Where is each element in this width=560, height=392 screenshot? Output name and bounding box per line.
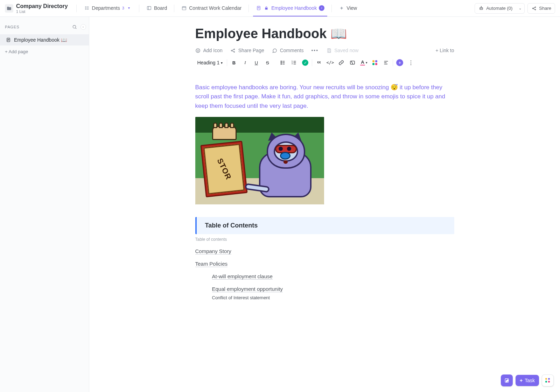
notepad-fab[interactable] [501,374,513,386]
separator [248,5,249,12]
create-task-fab[interactable]: + Task [516,375,539,386]
add-page-button[interactable]: + Add page [0,46,89,58]
automate-label: Automate (0) [486,6,512,11]
add-icon-button[interactable]: Add Icon [195,48,223,53]
tab-departments[interactable]: Departments 3 ▾ [82,0,135,16]
font-color-button[interactable]: A ▾ [359,58,368,67]
title-block[interactable]: Company Directory 1 List [16,3,68,14]
svg-rect-8 [182,6,186,9]
tab-add-view[interactable]: + View [336,0,360,16]
share-icon [531,6,537,11]
heading-dropdown[interactable]: Heading 1 ▾ [195,58,225,67]
check-circle-icon: ✓ [302,59,308,66]
svg-rect-39 [328,48,330,49]
chevron-right-icon[interactable]: › [319,5,324,11]
chevron-down-icon: ⌄ [519,6,522,10]
link-to-label: + Link to [435,48,454,53]
bullet-list-button[interactable] [278,58,287,67]
share-button[interactable]: Share [527,3,555,14]
svg-line-54 [351,61,353,64]
underline-button[interactable]: U [252,58,261,67]
separator [139,5,139,12]
intro-text-before: Basic employee handbooks are boring. You… [195,84,391,91]
numbered-list-button[interactable]: 123 [289,58,299,67]
svg-point-31 [196,48,200,52]
apps-fab[interactable] [542,374,554,386]
checklist-button[interactable]: ✓ [301,58,310,67]
task-fab-label: Task [525,378,535,383]
svg-point-34 [231,50,232,51]
embed-button[interactable] [348,58,357,67]
svg-point-42 [281,62,282,63]
sleepy-emoji-icon: 😴 [391,84,398,91]
svg-point-16 [481,8,481,9]
toc-link-equal-employment[interactable]: Equal employment opportunity [212,286,283,292]
insert-block-button[interactable]: + [395,58,404,67]
comments-label: Comments [280,48,304,53]
doc-title[interactable]: Employee Handbook 📖 [195,26,454,41]
svg-text:3: 3 [292,63,293,65]
toc-link-company-story[interactable]: Company Story [195,248,231,254]
top-bar: Company Directory 1 List Departments 3 ▾… [0,0,560,17]
collapse-sidebar-button[interactable]: ‹ [80,24,86,30]
sidebar-heading: PAGES [5,25,20,29]
add-icon-label: Add Icon [203,48,223,53]
chevron-down-icon: ▾ [221,61,223,65]
strike-button[interactable]: S [263,58,272,67]
separator [312,59,312,66]
svg-point-35 [234,49,235,50]
tab-employee-handbook[interactable]: Employee Handbook › [253,0,327,16]
italic-icon: I [244,60,246,65]
svg-line-37 [232,49,234,50]
more-menu-button[interactable]: ••• [311,48,318,53]
toc-link-team-policies[interactable]: Team Policies [195,261,228,267]
status-colors-button[interactable] [370,58,379,67]
share-page-button[interactable]: Share Page [230,48,264,53]
separator [174,5,174,12]
svg-line-23 [533,7,535,8]
embedded-image[interactable]: STOR [195,117,324,204]
embed-icon [350,60,355,65]
doc-main: Employee Handbook 📖 Add Icon Sha [89,17,560,392]
share-page-label: Share Page [238,48,264,53]
toc-banner: Table of Contents [195,217,454,234]
intro-paragraph[interactable]: Basic employee handbooks are boring. You… [195,83,454,111]
save-icon [326,48,332,53]
board-icon [146,5,152,11]
svg-rect-40 [328,51,330,52]
tab-contract-calendar[interactable]: Contract Work Calendar [178,0,244,16]
align-button[interactable] [382,58,391,67]
tab-board[interactable]: Board [144,0,170,16]
list-icon [84,5,90,11]
chevron-down-icon: ▾ [366,61,368,64]
doc-icon [256,5,261,11]
toc-item-conflict: Conflict of Interest statement [212,295,270,300]
svg-point-4 [85,8,85,8]
quote-button[interactable] [314,58,323,67]
smiley-icon [195,48,201,53]
link-to-button[interactable]: + Link to [435,48,454,53]
toolbar-overflow-button[interactable]: ⋮ [406,58,415,67]
svg-line-26 [75,28,76,29]
comments-button[interactable]: Comments [272,48,304,53]
svg-point-21 [535,7,536,7]
svg-line-24 [533,8,535,9]
code-button[interactable]: </> [326,58,335,67]
folder-title: Company Directory [16,3,68,9]
chevron-left-icon: ‹ [83,25,84,29]
toc-banner-title: Table of Contents [205,222,446,229]
saved-status: Saved now [326,48,358,53]
automate-dropdown[interactable]: ⌄ [516,3,525,14]
bold-button[interactable]: B [229,58,238,67]
link-button[interactable] [337,58,346,67]
svg-point-33 [198,50,199,50]
bold-icon: B [232,60,236,65]
svg-line-38 [232,51,234,52]
saved-label: Saved now [334,48,358,53]
heading-label: Heading 1 [197,60,220,65]
search-pages-button[interactable] [71,23,78,31]
automate-button[interactable]: Automate (0) [475,3,516,14]
toc-link-at-will[interactable]: At-will employment clause [212,273,273,280]
italic-button[interactable]: I [240,58,250,67]
sidebar-item-employee-handbook[interactable]: Employee Handbook 📖 [0,34,89,46]
